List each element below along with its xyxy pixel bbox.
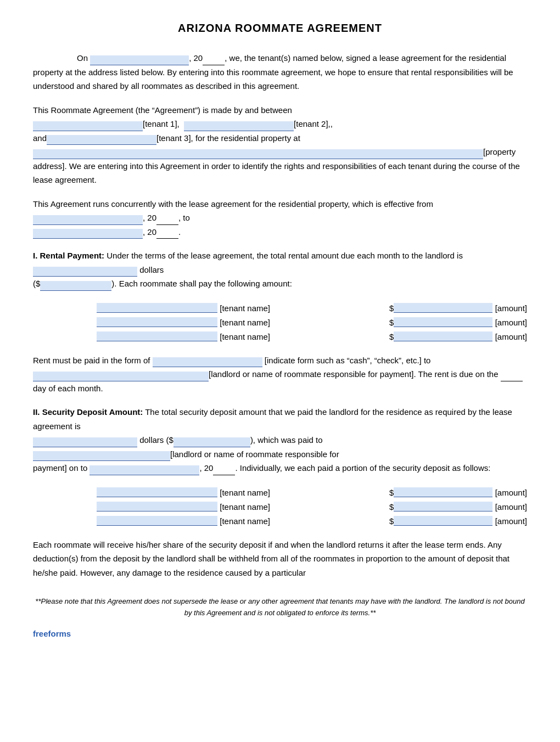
dep-tenant3-name-label: [tenant name] (220, 516, 270, 526)
dollars-label2: dollars ($ (139, 435, 173, 445)
tenant3-amount-field[interactable] (394, 331, 492, 341)
table-row: [tenant name] $ [amount] (33, 301, 527, 315)
tenant1-label: [tenant 1], (143, 119, 180, 128)
landlord-responsible-field[interactable] (33, 451, 170, 461)
concurrent-text: This Agreement runs concurrently with th… (33, 199, 433, 209)
dollar-amount-field[interactable] (40, 281, 111, 291)
landlord-responsible-label: [landlord or name of roommate responsibl… (170, 449, 339, 459)
table-row: [tenant name] $ [amount] (33, 499, 527, 514)
tenant2-field[interactable] (184, 121, 294, 131)
tenant3-name-field[interactable] (97, 331, 217, 341)
rent-form-paragraph: Rent must be paid in the form of [indica… (33, 353, 527, 396)
paren-post: ). Each roommate shall pay the following… (111, 279, 292, 288)
end-year-pre: , 20 (143, 227, 156, 237)
dep-tenant1-amount-field[interactable] (394, 487, 492, 497)
date-field[interactable] (90, 55, 189, 65)
section1-body1: Under the terms of the lease agreement, … (104, 251, 463, 260)
due-day-field[interactable] (501, 372, 523, 381)
year-field[interactable] (203, 55, 225, 65)
rent-form-indicate: [indicate form such as “cash”, “check”, … (265, 356, 431, 365)
dep-tenant3-amount-label: [amount] (495, 516, 527, 526)
tenant1-name-label: [tenant name] (220, 303, 270, 313)
tenant1-name-field[interactable] (97, 303, 217, 313)
end-date-field[interactable] (33, 229, 143, 239)
effective-from-field[interactable] (33, 215, 143, 225)
individually-label: . Individually, we each paid a portion o… (235, 463, 490, 473)
end-year-field[interactable] (156, 229, 178, 239)
dollars-label: dollars (139, 265, 164, 274)
landlord-name-field[interactable] (33, 372, 209, 381)
dep-tenant1-name-label: [tenant name] (220, 488, 270, 497)
agreement-intro-paragraph: This Roommate Agreement (the “Agreement”… (33, 103, 527, 187)
tenant2-amount-field[interactable] (394, 317, 492, 327)
dep-tenant3-name-field[interactable] (97, 516, 217, 526)
tenant2-label: [tenant 2],, (294, 119, 333, 128)
dep-tenant2-amount-field[interactable] (394, 502, 492, 511)
year2-pre: , 20 (143, 213, 156, 222)
payment-date-field[interactable] (89, 465, 199, 475)
table-row: [tenant name] $ [amount] (33, 315, 527, 329)
rent-form-field[interactable] (153, 357, 262, 367)
section2-header: II. Security Deposit Amount: The total s… (33, 405, 527, 475)
dep-tenant2-name-label: [tenant name] (220, 502, 270, 511)
and-label: and (33, 133, 47, 143)
tenant3-label: [tenant 3], for the residential property… (156, 133, 300, 143)
paid-to: ), which was paid to (250, 435, 323, 445)
on-label: On (77, 53, 88, 63)
payment-year-field[interactable] (213, 465, 235, 475)
date-post: , 20 (199, 463, 213, 473)
dep-tenant2-amount-label: [amount] (495, 502, 527, 511)
day-label: day of each month. (33, 384, 103, 393)
tenant2-name-field[interactable] (97, 317, 217, 327)
tenant3-field[interactable] (47, 135, 156, 145)
footer-section: **Please note that this Agreement does n… (33, 596, 527, 638)
year2-field[interactable] (156, 215, 178, 225)
property-field[interactable] (33, 149, 483, 159)
tenant2-name-label: [tenant name] (220, 318, 270, 327)
tenant-payment-table: [tenant name] $ [amount] [tenant name] $… (33, 301, 527, 344)
table-row: [tenant name] $ [amount] (33, 485, 527, 499)
paren-pre: ($ (33, 279, 40, 288)
deposit-amount-field[interactable] (173, 437, 250, 447)
deposit-dollars-field[interactable] (33, 437, 137, 447)
tenant3-amount-label: [amount] (495, 332, 527, 341)
tenant1-field[interactable] (33, 121, 143, 131)
year-pre: , 20 (189, 53, 203, 63)
dep-tenant2-name-field[interactable] (97, 502, 217, 511)
tenant3-name-label: [tenant name] (220, 332, 270, 341)
section2-title: II. Security Deposit Amount: (33, 407, 143, 417)
section1-header: I. Rental Payment: Under the terms of th… (33, 249, 527, 291)
to-label: , to (178, 213, 190, 222)
payment-on-label: payment] on to (33, 463, 87, 473)
table-row: [tenant name] $ [amount] (33, 514, 527, 528)
brand-label: freeforms (33, 629, 527, 638)
rent-form-pre: Rent must be paid in the form of (33, 356, 150, 365)
page-title: ARIZONA ROOMMATE AGREEMENT (33, 22, 527, 35)
tenant2-amount-label: [amount] (495, 318, 527, 327)
concurrent-paragraph: This Agreement runs concurrently with th… (33, 197, 527, 239)
dep-tenant1-name-field[interactable] (97, 487, 217, 497)
intro-paragraph: On , 20, we, the tenant(s) named below, … (33, 51, 527, 93)
rental-amount-field[interactable] (33, 267, 137, 277)
dep-tenant3-amount-field[interactable] (394, 516, 492, 526)
landlord-label: [landlord or name of roommate responsibl… (209, 369, 499, 379)
dep-tenant1-amount-label: [amount] (495, 488, 527, 497)
agreement-intro-text1: This Roommate Agreement (the “Agreement”… (33, 105, 292, 115)
tenant1-amount-field[interactable] (394, 303, 492, 313)
footer-note: **Please note that this Agreement does n… (33, 596, 527, 619)
section1-title: I. Rental Payment: (33, 251, 104, 260)
closing-paragraph: Each roommate will receive his/her share… (33, 538, 527, 580)
deposit-table: [tenant name] $ [amount] [tenant name] $… (33, 485, 527, 528)
tenant1-amount-label: [amount] (495, 303, 527, 313)
table-row: [tenant name] $ [amount] (33, 329, 527, 344)
